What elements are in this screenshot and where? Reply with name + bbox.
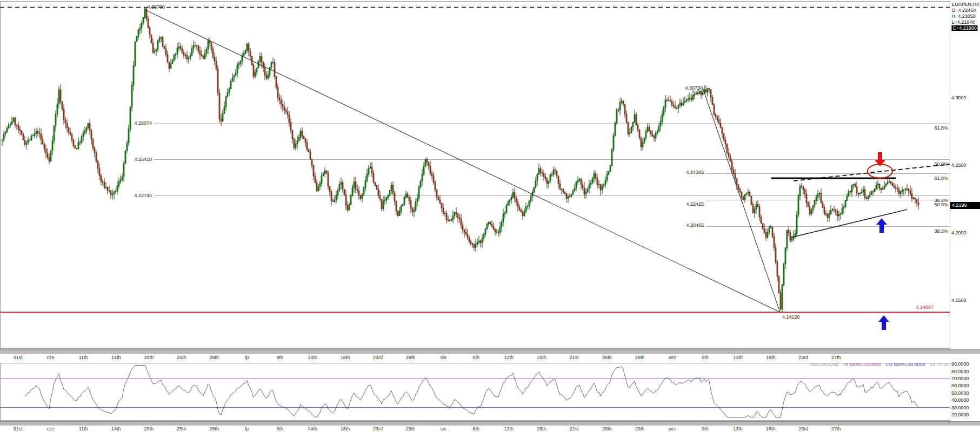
rsi-params-label: 14.70.30 <box>930 362 949 367</box>
fib-major-price-label: 4.28074 <box>134 120 152 126</box>
main-chart-pane[interactable] <box>1 2 950 349</box>
date-label-main: 27th <box>831 355 841 360</box>
date-label-bottom: 23rd <box>798 426 808 431</box>
trading-chart-window: EURPLN,H4 O=4.22460 H=4.23058 L=4.21948 … <box>0 0 980 432</box>
date-label-main: 23rd <box>373 355 383 360</box>
date-label-main: 31st <box>13 355 22 360</box>
date-label-main: 9th <box>702 355 709 360</box>
date-label-bottom: 28th <box>210 426 219 431</box>
date-label-main: 29th <box>406 355 416 360</box>
date-label-bottom: sie <box>440 426 446 431</box>
date-label-main: 15th <box>537 355 546 360</box>
date-label-bottom: 9th <box>702 426 709 431</box>
date-label-bottom: 26th <box>602 426 612 431</box>
date-label-main: 20th <box>144 355 154 360</box>
date-label-main: 11th <box>79 355 88 360</box>
date-label-main: 14th <box>111 355 121 360</box>
date-label-bottom: 29th <box>406 426 416 431</box>
date-axis-main: 31stcze11th14th20th25th28thlp9th14th18th… <box>0 355 980 361</box>
date-label-bottom: 13th <box>733 426 743 431</box>
fib-minor-price-label: 4.24385 <box>686 170 704 176</box>
rsi-scale-label: 30.0000 <box>951 405 969 411</box>
price-axis-label: 4.1500 <box>951 298 966 303</box>
date-label-main: 14th <box>308 355 317 360</box>
date-label-main: sie <box>440 355 446 360</box>
date-label-bottom: 21st <box>570 426 579 431</box>
swing-high-label: 4.36700 <box>147 4 165 10</box>
support-price-label: 4.14097 <box>916 305 934 310</box>
rsi-scale-label: 80.0000 <box>951 369 969 375</box>
date-label-bottom: 11th <box>79 426 88 431</box>
date-label-bottom: 9th <box>276 426 283 431</box>
date-label-bottom: 29th <box>635 426 645 431</box>
date-label-bottom: 25th <box>177 426 186 431</box>
date-label-main: 23rd <box>798 355 808 360</box>
date-label-main: 18th <box>766 355 776 360</box>
date-label-main: 28th <box>210 355 219 360</box>
fib-major-pct-label: 50.0% <box>934 161 948 167</box>
price-axis-label: 4.3000 <box>951 95 966 101</box>
rsi-scale-label: 60.0000 <box>951 383 969 389</box>
date-label-main: 18th <box>341 355 350 360</box>
date-label-main: 26th <box>602 355 612 360</box>
date-label-main: wrz <box>669 355 676 360</box>
date-label-bottom: 23rd <box>373 426 383 431</box>
fib-major-price-label: 4.25410 <box>134 157 152 163</box>
date-label-bottom: cze <box>47 426 55 431</box>
rsi-scale-label: 90.0000 <box>951 361 969 367</box>
fib-minor-price-label: 4.20465 <box>686 222 704 228</box>
date-label-bottom: lp <box>245 426 249 431</box>
rsi-value-label: RSI=49.4241 <box>810 362 839 367</box>
swing-low-label: 4.14120 <box>782 314 800 320</box>
date-label-bottom: 18th <box>766 426 776 431</box>
secondary-high-label: 4.30730 <box>685 85 703 91</box>
rsi-scale-label: 50.0000 <box>951 390 969 396</box>
current-price-box: 4.2199 <box>950 202 980 209</box>
date-label-bottom: 18th <box>341 426 350 431</box>
date-label-main: 9th <box>276 355 283 360</box>
date-label-bottom: 6th <box>472 426 479 431</box>
rsi-header: RSI=49.4241 HI Base=70.0000 LO Base=30.0… <box>807 362 949 368</box>
rsi-hi-base-label: HI Base=70.0000 <box>843 362 881 367</box>
date-label-bottom: 15th <box>537 426 546 431</box>
date-label-bottom: wrz <box>669 426 676 431</box>
date-label-main: lp <box>245 355 249 360</box>
date-label-bottom: 20th <box>144 426 154 431</box>
date-label-main: 12th <box>504 355 514 360</box>
date-label-main: 25th <box>177 355 186 360</box>
rsi-lo-base-label: LO Base=30.0000 <box>886 362 925 367</box>
date-label-bottom: 27th <box>831 426 841 431</box>
date-label-bottom: 14th <box>308 426 317 431</box>
date-label-main: 13th <box>733 355 743 360</box>
date-label-main: 29th <box>635 355 645 360</box>
fib-minor-pct-label: 50.0% <box>934 202 948 208</box>
ohlc-close-boxed: C=4.21990 <box>951 25 977 31</box>
date-label-bottom: 31st <box>13 426 22 431</box>
ohlc-text: EURPLN,H4 O=4.22460 H=4.23058 L=4.21948 <box>951 2 979 25</box>
fib-minor-pct-label: 61.8% <box>934 176 948 181</box>
price-axis-label: 4.2000 <box>951 230 966 236</box>
date-label-main: cze <box>47 355 55 360</box>
fib-minor-price-label: 4.22425 <box>686 201 704 207</box>
rsi-scale-label: 70.0000 <box>951 376 969 382</box>
ohlc-readout: EURPLN,H4 O=4.22460 H=4.23058 L=4.21948 … <box>951 2 979 31</box>
horizontal-scrollbar-bottom[interactable] <box>0 421 980 426</box>
fib-minor-pct-label: 38.2% <box>934 228 948 234</box>
horizontal-scrollbar-main[interactable] <box>0 349 980 354</box>
date-label-bottom: 12th <box>504 426 514 431</box>
rsi-scale-label: 40.0000 <box>951 397 969 403</box>
date-axis-bottom: 31stcze11th14th20th25th28thlp9th14th18th… <box>0 426 980 432</box>
rsi-scale-label: 20.0000 <box>951 412 969 418</box>
date-label-bottom: 14th <box>111 426 121 431</box>
date-label-main: 21st <box>570 355 579 360</box>
price-axis-label: 4.2500 <box>951 163 966 168</box>
date-label-main: 6th <box>472 355 479 360</box>
fib-major-price-label: 4.22746 <box>134 193 152 199</box>
fib-major-pct-label: 61.8% <box>934 125 948 131</box>
